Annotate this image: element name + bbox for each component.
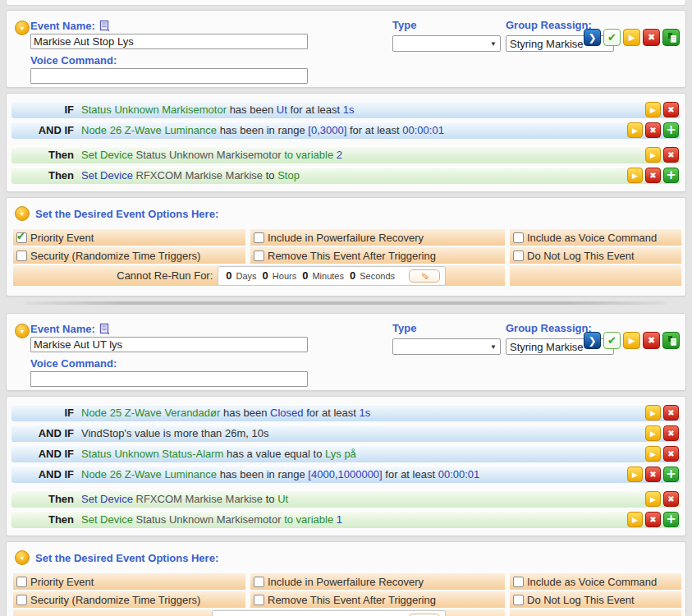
close-icon: ✖	[667, 408, 674, 417]
event-conditions-panel: IF Status Unknown Markisemotor has been …	[6, 93, 686, 192]
collapse-event-icon[interactable]: ▼	[15, 21, 30, 35]
delete-event-button[interactable]: ✖	[643, 332, 660, 349]
save-event-button[interactable]: ✔	[603, 29, 621, 46]
run-event-button[interactable]: ▶	[623, 332, 640, 349]
delete-row-button[interactable]: ✖	[645, 168, 661, 183]
priority-event-checkbox[interactable]	[16, 232, 27, 243]
go-to-event-button[interactable]: ❯	[584, 332, 601, 349]
rerun-value-box: 0Days 0Hours 0Minutes 0Seconds ✎	[218, 266, 446, 286]
run-row-button[interactable]: ▶	[645, 446, 661, 462]
event-name-input[interactable]	[30, 337, 308, 352]
run-row-button[interactable]: ▶	[645, 147, 661, 163]
voice-command-checkbox[interactable]	[513, 232, 524, 243]
delete-row-button[interactable]: ✖	[645, 122, 661, 138]
event-type-group: Type ▼	[392, 322, 501, 355]
remove-after-trigger-checkbox[interactable]	[254, 595, 264, 605]
action-operator: Then	[15, 513, 74, 526]
security-randomize-checkbox[interactable]	[16, 595, 27, 605]
priority-event-checkbox[interactable]	[16, 577, 27, 587]
option-cell: Security (Randomize Time Triggers)	[13, 247, 245, 264]
add-row-button[interactable]: +	[663, 168, 679, 183]
play-icon: ▶	[650, 430, 656, 438]
edit-rerun-button[interactable]: ✎	[409, 269, 440, 283]
run-row-button[interactable]: ▶	[627, 512, 643, 527]
event-name-group: Event Name: Voice Command:	[30, 322, 309, 387]
previous-panel-edge	[6, 0, 686, 6]
event-options-panel: ▼ Set the Desired Event Options Here: Pr…	[6, 197, 686, 297]
delete-row-button[interactable]: ✖	[663, 446, 679, 462]
option-label: Do Not Log This Event	[527, 594, 635, 606]
option-cell: Include in Powerfailure Recovery	[250, 573, 505, 590]
collapse-options-icon[interactable]: ▼	[15, 206, 30, 221]
close-icon: ✖	[649, 171, 656, 180]
option-label: Security (Randomize Time Triggers)	[30, 250, 200, 262]
run-row-button[interactable]: ▶	[645, 425, 661, 441]
condition-operator: AND IF	[15, 124, 74, 136]
delete-row-button[interactable]: ✖	[663, 405, 679, 421]
condition-row: IF Node 25 Z-Wave Verandadør has been Cl…	[11, 404, 681, 421]
delete-row-button[interactable]: ✖	[663, 491, 679, 507]
group-reassign-value: Styring Markise	[510, 341, 584, 353]
copy-event-icon[interactable]	[99, 323, 110, 334]
plus-icon: +	[666, 468, 676, 480]
voice-command-input[interactable]	[30, 371, 308, 387]
save-event-button[interactable]: ✔	[603, 332, 621, 349]
events-page: ▼ Event Name: Voice Command: Type ▼ Grou…	[0, 0, 692, 616]
rerun-value-box: 0Days 0Hours 0Minutes 10Seconds ✎	[212, 610, 446, 616]
delete-row-button[interactable]: ✖	[663, 425, 679, 441]
copy-event-button[interactable]	[662, 332, 680, 349]
condition-row: AND IF Node 26 Z-Wave Luminance has been…	[11, 122, 681, 139]
copy-event-button[interactable]	[662, 29, 680, 46]
remove-after-trigger-checkbox[interactable]	[254, 251, 264, 261]
delete-event-button[interactable]: ✖	[643, 29, 660, 46]
rerun-row: Cannot Re-Run For: 0Days 0Hours 0Minutes…	[13, 609, 505, 616]
voice-command-input[interactable]	[30, 68, 308, 84]
play-icon: ▶	[632, 516, 638, 524]
run-row-button[interactable]: ▶	[645, 102, 661, 117]
add-row-button[interactable]: +	[663, 122, 679, 138]
collapse-event-icon[interactable]: ▼	[15, 324, 30, 338]
close-icon: ✖	[667, 105, 674, 114]
collapse-options-icon[interactable]: ▼	[15, 550, 30, 565]
type-label: Type	[392, 19, 416, 31]
run-row-button[interactable]: ▶	[645, 405, 661, 421]
powerfailure-recovery-checkbox[interactable]	[254, 232, 264, 243]
plus-icon: +	[666, 169, 676, 182]
run-row-button[interactable]: ▶	[627, 168, 643, 183]
add-row-button[interactable]: +	[663, 512, 679, 527]
chevron-down-icon: ▼	[20, 555, 25, 561]
option-label: Remove This Event After Triggering	[268, 594, 436, 606]
close-icon: ✖	[667, 150, 674, 159]
event-header-panel: ▼ Event Name: Voice Command: Type ▼ Grou…	[6, 313, 686, 391]
event-action-buttons: ❯ ✔ ▶ ✖	[584, 332, 680, 349]
delete-row-button[interactable]: ✖	[645, 512, 661, 527]
security-randomize-checkbox[interactable]	[16, 251, 27, 261]
powerfailure-recovery-checkbox[interactable]	[254, 577, 264, 587]
close-icon: ✖	[649, 126, 656, 135]
copy-event-icon[interactable]	[99, 20, 110, 31]
do-not-log-checkbox[interactable]	[513, 251, 524, 261]
rerun-days-unit: Days	[236, 271, 257, 281]
edit-rerun-button[interactable]: ✎	[409, 614, 440, 616]
condition-text: VindStop's value is more than 26m, 10s	[81, 427, 645, 439]
option-cell: Priority Event	[13, 573, 245, 590]
run-row-button[interactable]: ▶	[627, 122, 643, 138]
add-row-button[interactable]: +	[663, 467, 679, 482]
delete-row-button[interactable]: ✖	[645, 467, 661, 482]
voice-command-checkbox[interactable]	[513, 577, 524, 587]
delete-row-button[interactable]: ✖	[663, 147, 679, 163]
condition-row: AND IF Node 26 Z-Wave Luminance has been…	[11, 466, 681, 483]
run-row-button[interactable]: ▶	[645, 491, 661, 507]
do-not-log-checkbox[interactable]	[513, 595, 524, 605]
go-to-event-button[interactable]: ❯	[584, 29, 601, 46]
event-options-panel: ▼ Set the Desired Event Options Here: Pr…	[6, 541, 686, 616]
event-name-input[interactable]	[30, 34, 308, 49]
type-select[interactable]: ▼	[392, 338, 501, 355]
delete-row-button[interactable]: ✖	[663, 102, 679, 117]
run-event-button[interactable]: ▶	[623, 29, 640, 46]
type-select[interactable]: ▼	[392, 35, 501, 52]
check-icon: ✔	[607, 31, 616, 44]
run-row-button[interactable]: ▶	[627, 467, 643, 482]
play-icon: ▶	[629, 336, 635, 345]
option-label: Include in Powerfailure Recovery	[268, 232, 424, 244]
